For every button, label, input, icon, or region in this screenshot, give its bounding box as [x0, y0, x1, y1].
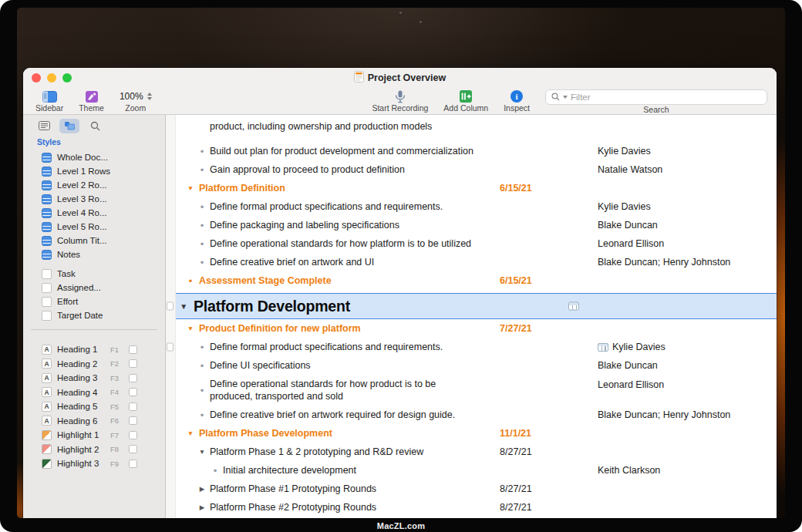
- style-item[interactable]: Whole Doc...: [23, 150, 165, 164]
- filter-field[interactable]: [545, 89, 767, 105]
- style-item[interactable]: Effort: [23, 295, 165, 308]
- row-handle-bullet[interactable]: •: [197, 238, 207, 250]
- minimize-button[interactable]: [47, 73, 56, 82]
- outline-row[interactable]: •Build out plan for product development …: [176, 142, 777, 160]
- style-checkbox[interactable]: [129, 431, 137, 439]
- note-gutter-icon[interactable]: [167, 343, 174, 352]
- function-key-label: F3: [110, 374, 123, 382]
- sidebar-toggle-button[interactable]: Sidebar: [35, 89, 63, 113]
- style-item[interactable]: Task: [23, 267, 165, 281]
- style-checkbox[interactable]: [129, 345, 137, 354]
- tab-contents[interactable]: [34, 119, 54, 133]
- outline-row[interactable]: •Initial architecture developmentKeith C…: [176, 461, 777, 480]
- disclosure-triangle-expanded-icon[interactable]: ▼: [185, 184, 196, 192]
- outline-row[interactable]: ▼Platform Phase 1 & 2 prototyping and R&…: [176, 443, 777, 461]
- named-style-item[interactable]: Highlight 2F8: [23, 443, 165, 457]
- outline-row[interactable]: product, including ownership and product…: [176, 115, 777, 142]
- outline-row[interactable]: ▼Product Definition for new platform7/27…: [176, 319, 777, 338]
- add-column-button[interactable]: Add Column: [443, 89, 488, 113]
- outline-row[interactable]: •Define creative brief on artwork and UI…: [176, 253, 777, 271]
- outline-row[interactable]: •Define operational standards for how pr…: [176, 375, 777, 406]
- style-item-label: Notes: [57, 250, 80, 259]
- style-item[interactable]: Assigned...: [23, 281, 165, 295]
- zoom-stepper-icon[interactable]: [147, 93, 152, 100]
- outline-row[interactable]: ▶Platform Phase #2 Prototyping Rounds8/2…: [176, 498, 777, 517]
- style-checkbox[interactable]: [129, 416, 137, 425]
- style-item-label: Target Date: [57, 311, 103, 320]
- fullscreen-button[interactable]: [62, 73, 72, 82]
- tab-styles[interactable]: [59, 119, 79, 133]
- outline-row-selected[interactable]: ▼Platform Development: [176, 293, 777, 319]
- named-style-item[interactable]: AHeading 3F3: [23, 371, 165, 386]
- named-style-item[interactable]: AHeading 2F2: [23, 357, 165, 372]
- named-style-item[interactable]: AHeading 5F5: [23, 399, 165, 414]
- disclosure-triangle-expanded-icon[interactable]: ▼: [185, 325, 196, 332]
- outline-row[interactable]: •Assessment Stage Complete6/15/21: [176, 271, 777, 290]
- row-handle-bullet[interactable]: •: [197, 164, 207, 176]
- close-button[interactable]: [32, 73, 41, 82]
- row-handle-bullet[interactable]: •: [197, 146, 207, 157]
- row-handle-bullet[interactable]: •: [197, 360, 207, 372]
- highlight-swatch-icon: [42, 444, 52, 454]
- style-checkbox[interactable]: [129, 445, 137, 453]
- style-checkbox[interactable]: [129, 359, 137, 368]
- style-item[interactable]: Level 1 Rows: [23, 164, 165, 178]
- style-checkbox[interactable]: [129, 374, 137, 382]
- row-handle-bullet[interactable]: •: [197, 342, 207, 353]
- toolbar-right-group: Start Recording Add Colum: [372, 89, 767, 114]
- row-handle-bullet[interactable]: •: [197, 409, 207, 421]
- attachment-table-icon[interactable]: [568, 302, 579, 311]
- outline-row[interactable]: ▼Platform Phase Development11/1/21: [176, 424, 777, 443]
- named-style-item[interactable]: Highlight 1F7: [23, 428, 165, 443]
- disclosure-triangle-collapsed-icon[interactable]: ▶: [197, 485, 207, 493]
- named-style-item[interactable]: AHeading 6F6: [23, 414, 165, 429]
- named-style-item[interactable]: AHeading 4F4: [23, 386, 165, 400]
- row-handle-bullet[interactable]: •: [197, 220, 207, 231]
- outline-row[interactable]: •Gain approval to proceed to product def…: [176, 160, 777, 179]
- outline-row[interactable]: •Define formal product specifications an…: [176, 197, 777, 216]
- attachment-table-icon[interactable]: [598, 343, 608, 352]
- outline-row[interactable]: ▶Platform Phase #1 Prototyping Rounds8/2…: [176, 480, 777, 498]
- named-style-label: Highlight 3: [57, 459, 105, 468]
- start-recording-button[interactable]: Start Recording: [372, 89, 428, 113]
- outline-row[interactable]: ▼Platform Definition6/15/21: [176, 179, 777, 197]
- tab-find[interactable]: [85, 119, 105, 133]
- style-checkbox[interactable]: [129, 460, 137, 468]
- style-item-label: Level 1 Rows: [57, 167, 110, 176]
- disclosure-triangle-expanded-icon[interactable]: ▼: [185, 429, 196, 437]
- row-text: Define formal product specifications and…: [210, 342, 443, 352]
- chevron-down-icon[interactable]: [563, 96, 568, 99]
- zoom-control[interactable]: 100% Zoom: [120, 89, 152, 113]
- row-handle-bullet[interactable]: •: [197, 257, 207, 268]
- disclosure-triangle-expanded-icon[interactable]: ▼: [197, 448, 207, 456]
- theme-button[interactable]: Theme: [79, 89, 104, 113]
- outline-row[interactable]: •Define creative brief on artwork requir…: [176, 406, 777, 424]
- named-style-item[interactable]: AHeading 1F1: [23, 342, 165, 357]
- style-item[interactable]: Level 5 Ro...: [23, 220, 165, 234]
- row-target-date: 6/15/21: [500, 183, 532, 194]
- outline-row[interactable]: •Define formal product specifications an…: [176, 338, 777, 356]
- style-item[interactable]: Level 3 Ro...: [23, 192, 165, 206]
- style-item-label: Assigned...: [57, 283, 101, 292]
- style-checkbox[interactable]: [129, 402, 137, 411]
- note-gutter-icon[interactable]: [167, 302, 174, 311]
- disclosure-triangle-expanded-icon[interactable]: ▼: [178, 302, 189, 311]
- disclosure-triangle-collapsed-icon[interactable]: ▶: [197, 503, 207, 511]
- style-item[interactable]: Level 2 Ro...: [23, 178, 165, 192]
- row-handle-bullet[interactable]: •: [197, 385, 207, 396]
- style-checkbox[interactable]: [129, 388, 137, 396]
- style-item[interactable]: Target Date: [23, 308, 165, 322]
- style-item[interactable]: Level 4 Ro...: [23, 206, 165, 220]
- row-handle-bullet[interactable]: •: [185, 275, 196, 287]
- outline-row[interactable]: •Define packaging and labeling specifica…: [176, 216, 777, 234]
- style-item[interactable]: Notes: [23, 247, 165, 261]
- outline-row[interactable]: •Define operational standards for how pl…: [176, 234, 777, 253]
- outline-row[interactable]: •Define UI specificationsBlake Duncan: [176, 356, 777, 375]
- style-item[interactable]: Column Tit...: [23, 234, 165, 247]
- row-handle-bullet[interactable]: •: [210, 465, 221, 476]
- search-icon: [551, 90, 560, 104]
- inspect-button[interactable]: i Inspect: [504, 89, 530, 113]
- named-style-item[interactable]: Highlight 3F9: [23, 456, 165, 471]
- row-handle-bullet[interactable]: •: [197, 201, 207, 213]
- filter-input[interactable]: [571, 93, 761, 102]
